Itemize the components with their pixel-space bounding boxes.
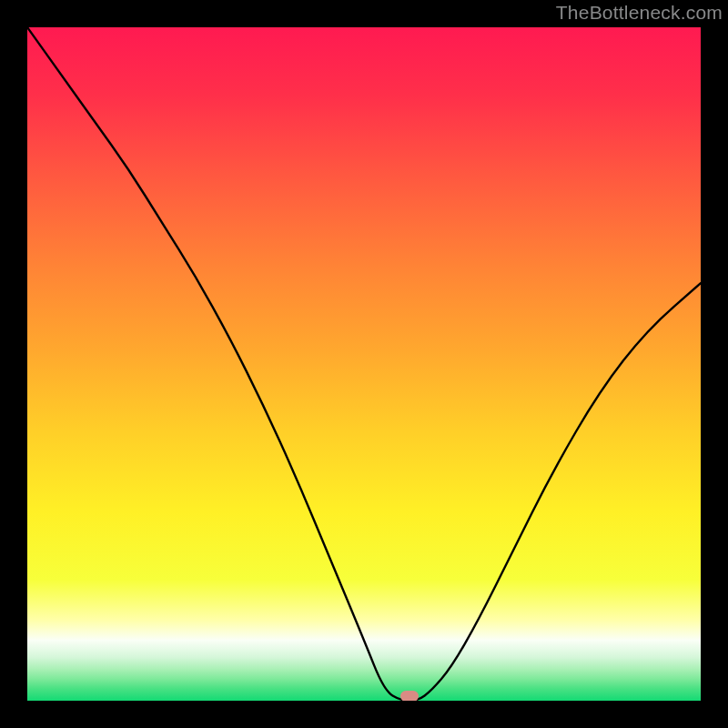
chart-frame: TheBottleneck.com [0, 0, 728, 728]
watermark-label: TheBottleneck.com [556, 2, 723, 24]
bottleneck-curve [27, 27, 701, 701]
plot-area [27, 27, 701, 701]
curve-layer [27, 27, 701, 701]
optimal-marker [400, 691, 419, 701]
